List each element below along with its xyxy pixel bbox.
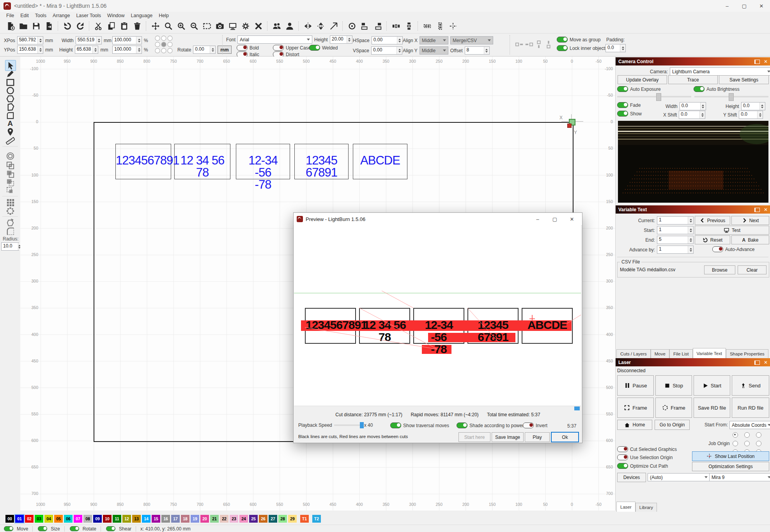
boolean-intersect-icon[interactable] — [5, 186, 15, 196]
preview-render-area[interactable]: 123456789112 34 56 7812-34-56-7812345678… — [294, 225, 581, 406]
color-chip[interactable]: 04 — [44, 515, 53, 523]
start-from-dropdown[interactable]: Absolute Coords — [729, 421, 770, 429]
test-button[interactable]: Test — [695, 226, 769, 235]
menu-item[interactable]: Window — [104, 13, 127, 18]
bold-toggle[interactable] — [237, 45, 248, 51]
fade-toggle[interactable] — [617, 102, 628, 108]
save-rd-button[interactable]: Save RD file — [694, 398, 730, 418]
job-origin-radio[interactable] — [756, 432, 761, 438]
machine-tools-icon[interactable] — [253, 21, 264, 32]
color-chip[interactable]: 15 — [152, 515, 160, 523]
optimize-cut-path-toggle[interactable] — [617, 463, 628, 469]
dock-tab[interactable]: Variable Text — [693, 348, 726, 358]
run-rd-button[interactable]: Run RD file — [732, 398, 769, 418]
frame-selection-icon[interactable] — [202, 21, 212, 32]
zoom-icon[interactable] — [163, 21, 173, 32]
preview-progress-bar[interactable] — [294, 406, 581, 411]
dock-tab[interactable]: Laser — [616, 502, 635, 512]
shape-box[interactable]: 12-34-56-78 — [413, 308, 464, 344]
reset-button[interactable]: Reset — [695, 235, 730, 244]
font-height-input[interactable]: 20.00 — [330, 35, 352, 44]
open-file-icon[interactable] — [18, 21, 28, 32]
align-left-icon[interactable] — [359, 21, 370, 32]
send-button[interactable]: Send — [732, 375, 769, 396]
color-chip[interactable]: 19 — [191, 515, 199, 523]
camera-capture-icon[interactable] — [214, 21, 225, 32]
job-origin-radio[interactable] — [744, 441, 750, 446]
rotate-toggle[interactable] — [70, 526, 79, 531]
cut-icon[interactable] — [93, 21, 104, 32]
menu-item[interactable]: Arrange — [50, 13, 73, 18]
offset-shapes-icon[interactable] — [5, 151, 15, 161]
dock-tab[interactable]: Shape Properties — [726, 349, 768, 358]
progress-thumb[interactable] — [574, 407, 580, 410]
welded-toggle[interactable] — [309, 45, 320, 51]
shape-box[interactable]: 12 34 56 78 — [359, 308, 410, 344]
auto-advance-toggle[interactable] — [712, 246, 723, 252]
current-input[interactable]: 1 — [657, 216, 694, 224]
redo-icon[interactable] — [75, 21, 85, 32]
advance-by-input[interactable]: 1 — [657, 246, 694, 254]
color-chip[interactable]: 08 — [83, 515, 92, 523]
close-panel-icon[interactable]: ✕ — [764, 360, 768, 365]
float-panel-icon[interactable] — [754, 208, 760, 212]
pan-icon[interactable] — [150, 21, 161, 32]
frame-square-button[interactable]: Frame — [617, 398, 654, 418]
undo-icon[interactable] — [62, 21, 73, 32]
focus-icon[interactable] — [347, 21, 357, 32]
color-chip[interactable]: 01 — [15, 515, 24, 523]
copy-icon[interactable] — [106, 21, 117, 32]
pause-button[interactable]: Pause — [617, 375, 654, 396]
device-dropdown[interactable]: Mira 9 — [709, 473, 770, 481]
shape-box[interactable]: 1234567891 — [305, 308, 356, 344]
devices-button[interactable]: Devices — [617, 473, 646, 482]
color-chip[interactable]: 14 — [142, 515, 150, 523]
color-chip[interactable]: 03 — [35, 515, 43, 523]
size-toggle[interactable] — [38, 526, 47, 531]
color-chip[interactable]: 12 — [122, 515, 131, 523]
save-settings-button[interactable]: Save Settings — [719, 75, 769, 84]
color-chip[interactable]: 25 — [249, 515, 258, 523]
units-mm-button[interactable]: mm — [218, 46, 231, 54]
color-chip[interactable]: 21 — [210, 515, 219, 523]
measure-tool-icon[interactable] — [5, 135, 15, 145]
shear-toggle[interactable] — [106, 526, 115, 531]
color-chip[interactable]: 09 — [93, 515, 102, 523]
vspace-input[interactable]: 0.00 — [371, 46, 402, 55]
use-selection-origin-toggle[interactable] — [617, 454, 628, 460]
shade-power-toggle[interactable] — [457, 422, 467, 428]
close-icon[interactable]: ✕ — [563, 214, 581, 224]
frame-circle-button[interactable]: Frame — [655, 398, 692, 418]
nine-dot-origin-selector[interactable] — [154, 35, 174, 54]
previous-button[interactable]: Previous — [695, 216, 730, 225]
same-height-icon[interactable] — [435, 21, 445, 32]
shape-box[interactable]: ABCDE — [522, 308, 573, 344]
aligny-dropdown[interactable]: Middle — [420, 46, 448, 55]
padding-input[interactable]: 0.0 — [605, 44, 626, 52]
menu-item[interactable]: Edit — [17, 13, 32, 18]
camera-control-header[interactable]: Camera Control ✕ — [616, 57, 770, 65]
color-chip[interactable]: 00 — [5, 515, 14, 523]
preview-dialog-titlebar[interactable]: Preview - LightBurn 1.5.06 – ▢ ✕ — [294, 213, 582, 226]
show-last-position-button[interactable]: Show Last Position — [692, 451, 769, 461]
color-chip[interactable]: 11 — [113, 515, 121, 523]
paste-icon[interactable] — [119, 21, 129, 32]
hspace-input[interactable]: 0.00 — [372, 36, 403, 44]
color-chip[interactable]: 02 — [25, 515, 34, 523]
minimize-icon[interactable]: – — [719, 0, 736, 11]
ok-button[interactable]: Ok — [551, 432, 579, 442]
brightness-slider[interactable] — [694, 96, 768, 97]
shape-box[interactable]: 1234567891 — [294, 144, 349, 179]
color-chip[interactable]: 22 — [220, 515, 228, 523]
flip-horizontal-icon[interactable] — [315, 21, 326, 32]
job-origin-radio[interactable] — [744, 432, 750, 438]
move-as-group-toggle[interactable] — [557, 37, 568, 42]
color-chip[interactable]: 05 — [54, 515, 63, 523]
menu-item[interactable]: Help — [156, 13, 172, 18]
dock-tab[interactable]: Library — [635, 503, 657, 512]
maximize-icon[interactable]: ▢ — [736, 0, 753, 11]
laser-panel-header[interactable]: Laser ✕ — [616, 358, 770, 366]
auto-brightness-toggle[interactable] — [694, 86, 705, 92]
variable-text-header[interactable]: Variable Text ✕ — [616, 205, 770, 214]
job-origin-radio[interactable] — [733, 432, 738, 438]
